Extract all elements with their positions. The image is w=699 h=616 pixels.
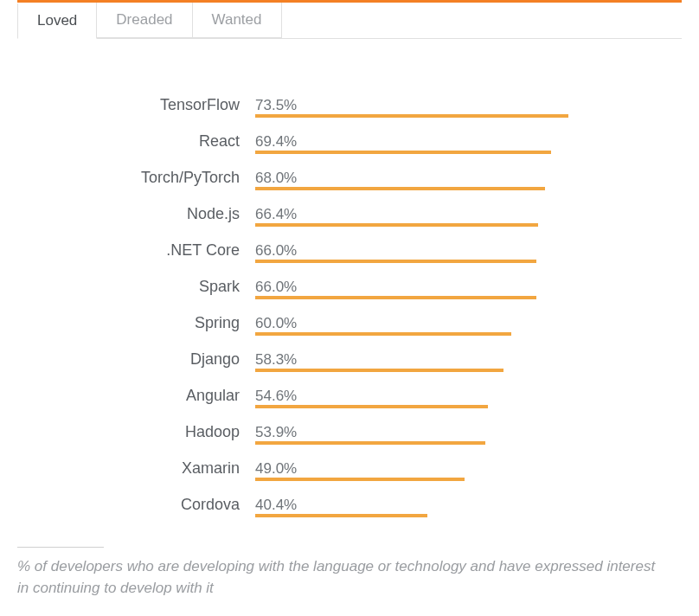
chart-row-label: TensorFlow (26, 96, 255, 114)
chart-bar (255, 260, 536, 263)
chart-bar-wrap: 69.4% (255, 123, 682, 159)
chart-row-label: .NET Core (26, 241, 255, 260)
chart-row: Spring60.0% (26, 305, 682, 341)
tab-label: Loved (37, 12, 77, 29)
chart-bar (255, 514, 427, 517)
chart-bar (255, 223, 538, 227)
bar-chart: TensorFlow73.5%React69.4%Torch/PyTorch68… (17, 87, 682, 523)
chart-row-label: Hadoop (26, 423, 255, 441)
chart-row-label: Django (26, 350, 255, 369)
chart-bar (255, 405, 488, 408)
chart-bar-value: 73.5% (255, 97, 297, 114)
chart-row: .NET Core66.0% (26, 232, 682, 268)
chart-bar-wrap: 54.6% (255, 377, 682, 414)
chart-bar-value: 66.0% (255, 279, 297, 296)
chart-row: Django58.3% (26, 341, 682, 377)
chart-row: Torch/PyTorch68.0% (26, 159, 682, 196)
chart-bar-value: 53.9% (255, 424, 297, 441)
chart-row: Angular54.6% (26, 377, 682, 414)
chart-bar (255, 151, 551, 154)
chart-row: TensorFlow73.5% (26, 87, 682, 123)
chart-bar-value: 54.6% (255, 388, 297, 405)
chart-row-label: Angular (26, 387, 255, 405)
chart-bar (255, 187, 545, 190)
chart-bar-value: 60.0% (255, 315, 297, 332)
chart-bar-wrap: 73.5% (255, 87, 682, 123)
chart-row-label: Torch/PyTorch (26, 169, 255, 187)
chart-bar (255, 332, 511, 336)
chart-row-label: React (26, 132, 255, 151)
chart-bar-value: 66.4% (255, 206, 297, 223)
chart-bar-value: 68.0% (255, 170, 297, 187)
tab-loved[interactable]: Loved (17, 3, 97, 39)
chart-row-label: Xamarin (26, 459, 255, 478)
chart-bar-wrap: 66.0% (255, 268, 682, 305)
tab-label: Wanted (212, 11, 262, 28)
chart-bar (255, 114, 568, 118)
tabs: LovedDreadedWanted (17, 0, 682, 39)
chart-row: React69.4% (26, 123, 682, 159)
chart-bar (255, 478, 465, 481)
chart-bar-value: 40.4% (255, 497, 297, 514)
chart-row-label: Spring (26, 314, 255, 332)
chart-bar-wrap: 49.0% (255, 450, 682, 486)
chart-bar (255, 296, 536, 299)
chart-bar-wrap: 66.4% (255, 196, 682, 232)
chart-bar-wrap: 68.0% (255, 159, 682, 196)
chart-bar-wrap: 58.3% (255, 341, 682, 377)
tab-wanted[interactable]: Wanted (192, 3, 282, 38)
chart-bar-wrap: 40.4% (255, 486, 682, 523)
chart-row-label: Spark (26, 278, 255, 296)
chart-bar (255, 441, 485, 445)
chart-row-label: Cordova (26, 496, 255, 514)
tab-label: Dreaded (116, 11, 172, 28)
chart-bar (255, 369, 503, 372)
footnote-divider (17, 547, 104, 548)
chart-bar-value: 49.0% (255, 460, 297, 478)
chart-bar-wrap: 53.9% (255, 414, 682, 450)
chart-row: Cordova40.4% (26, 486, 682, 523)
chart-row: Xamarin49.0% (26, 450, 682, 486)
chart-row: Node.js66.4% (26, 196, 682, 232)
chart-row-label: Node.js (26, 205, 255, 223)
chart-row: Hadoop53.9% (26, 414, 682, 450)
chart-bar-value: 69.4% (255, 133, 297, 151)
chart-bar-wrap: 66.0% (255, 232, 682, 268)
chart-row: Spark66.0% (26, 268, 682, 305)
chart-bar-value: 58.3% (255, 351, 297, 369)
chart-bar-wrap: 60.0% (255, 305, 682, 341)
chart-bar-value: 66.0% (255, 242, 297, 260)
footnote: % of developers who are developing with … (17, 556, 657, 599)
tab-dreaded[interactable]: Dreaded (96, 3, 192, 38)
